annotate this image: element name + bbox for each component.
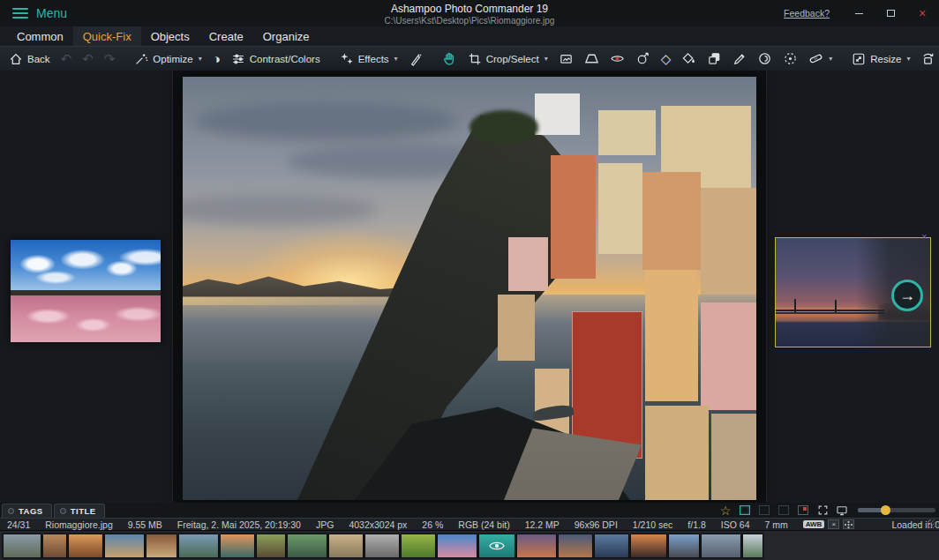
status-item: Riomaggiore.jpg — [45, 519, 112, 530]
preview-close-button[interactable]: × — [921, 231, 927, 242]
title-tab[interactable]: TITLE — [54, 504, 105, 518]
filmstrip-thumbnail[interactable] — [701, 534, 741, 558]
resize-button[interactable]: Resize ▾ — [846, 50, 915, 68]
filmstrip-thumbnail[interactable] — [516, 534, 557, 558]
main-photo-canvas[interactable] — [183, 77, 756, 500]
patch-button[interactable]: ▾ — [803, 49, 838, 68]
bottom-bar: TAGS TITLE ☆ — [0, 503, 939, 518]
fullscreen-button[interactable] — [815, 504, 830, 517]
filmstrip-thumbnail[interactable] — [42, 534, 67, 558]
clone-stamp-button[interactable] — [630, 49, 656, 68]
pan-tool-button[interactable] — [437, 49, 462, 68]
chevron-down-icon: ▾ — [829, 55, 832, 63]
filmstrip-thumbnail[interactable] — [256, 534, 286, 558]
filmstrip-thumbnail[interactable] — [68, 534, 103, 558]
contrast-icon: ◑ — [213, 52, 221, 65]
original-size-icon — [798, 505, 808, 515]
minimize-icon — [855, 13, 863, 14]
filmstrip-thumbnail[interactable] — [287, 534, 327, 558]
back-button[interactable]: Back — [4, 50, 56, 68]
minimize-button[interactable] — [847, 4, 870, 22]
smudge-button[interactable] — [752, 49, 777, 68]
perspective-icon — [584, 51, 599, 66]
redo-button[interactable]: ↷ — [99, 50, 121, 67]
undo-all-icon: ↶ — [82, 52, 94, 65]
straighten-photo-icon — [559, 51, 574, 66]
tags-tab[interactable]: TAGS — [2, 504, 52, 518]
optimize-button[interactable]: Optimize ▾ — [129, 50, 207, 68]
filmstrip-thumbnail-selected[interactable] — [478, 534, 515, 558]
filmstrip-thumbnail[interactable] — [220, 534, 255, 558]
pencil-button[interactable] — [727, 50, 752, 68]
filmstrip-thumbnail[interactable] — [328, 534, 364, 558]
filmstrip-thumbnail[interactable] — [742, 534, 763, 558]
zoom-slider[interactable] — [858, 508, 935, 512]
effects-button[interactable]: Effects ▾ — [334, 50, 403, 68]
sliders-icon — [231, 52, 245, 66]
chevron-down-icon: ▾ — [545, 55, 548, 63]
rotate-button[interactable]: Rotate ▾ — [915, 49, 939, 68]
tag-circle-icon — [60, 508, 66, 514]
home-icon — [9, 52, 23, 66]
arrow-right-icon: → — [899, 287, 915, 305]
status-item: JPG — [316, 519, 334, 530]
filmstrip-thumbnail[interactable] — [668, 534, 700, 558]
filmstrip-thumbnail[interactable] — [146, 534, 177, 558]
filmstrip-thumbnail[interactable] — [558, 534, 593, 558]
eraser-icon: ◇ — [661, 52, 672, 65]
crop-select-button[interactable]: Crop/Select ▾ — [462, 50, 553, 68]
filmstrip-thumbnail[interactable] — [364, 534, 400, 558]
next-image-button[interactable]: → — [891, 280, 923, 311]
no-flash-icon: × — [828, 519, 839, 529]
view-mode-icon — [759, 505, 770, 515]
tab-common[interactable]: Common — [7, 26, 73, 46]
filmstrip-thumbnail[interactable] — [3, 534, 41, 558]
fill-bucket-icon — [681, 51, 696, 66]
filmstrip-thumbnail[interactable] — [178, 534, 219, 558]
maximize-button[interactable] — [879, 4, 902, 22]
fill-button[interactable] — [676, 49, 702, 68]
copy-objects-button[interactable] — [702, 49, 727, 68]
metering-icon — [843, 519, 854, 529]
contrast-colors-button[interactable]: Contrast/Colors — [226, 50, 326, 68]
straighten-button[interactable] — [553, 49, 579, 68]
zoom-slider-knob[interactable] — [881, 505, 890, 515]
eraser-button[interactable]: ◇ — [656, 50, 677, 67]
lake-clouds — [11, 246, 161, 291]
undo-all-button[interactable]: ↶ — [77, 50, 99, 67]
blur-button[interactable] — [777, 49, 803, 68]
filmstrip-thumbnail[interactable] — [104, 534, 145, 558]
retouch-button[interactable] — [403, 50, 428, 68]
photo-commander-window: Menu Ashampoo Photo Commander 19 C:\User… — [0, 0, 939, 560]
view-mode-button[interactable] — [757, 504, 771, 517]
filmstrip-thumbnail[interactable] — [594, 534, 629, 558]
image-workspace: → × — [0, 71, 939, 503]
retouch-wand-icon — [409, 52, 423, 66]
status-item: RGB (24 bit) — [458, 519, 509, 530]
filmstrip-thumbnail[interactable] — [437, 534, 477, 558]
tab-quick-fix[interactable]: Quick-Fix — [73, 26, 141, 46]
perspective-button[interactable] — [579, 49, 605, 68]
monitor-button[interactable] — [835, 504, 849, 517]
original-size-button[interactable] — [796, 504, 810, 517]
filmstrip-thumbnail[interactable] — [630, 534, 667, 558]
auto-contrast-button[interactable]: ◑ — [207, 50, 226, 67]
view-mode-2-button[interactable] — [777, 504, 791, 517]
view-controls: ☆ — [718, 504, 935, 517]
tab-organize[interactable]: Organize — [253, 26, 319, 46]
favorite-star-button[interactable]: ☆ — [718, 504, 732, 517]
tab-create[interactable]: Create — [199, 26, 253, 46]
undo-button[interactable]: ↶ — [56, 50, 78, 67]
tab-objects[interactable]: Objects — [141, 26, 199, 46]
fit-window-icon — [740, 505, 750, 515]
close-button[interactable]: × — [911, 4, 934, 22]
status-item: Freitag, 2. Mai 2025, 20:19:30 — [177, 519, 301, 530]
filmstrip-thumbnail[interactable] — [401, 534, 436, 558]
resize-grip[interactable] — [928, 519, 936, 528]
feedback-link[interactable]: Feedback? — [784, 8, 830, 19]
red-eye-button[interactable] — [605, 49, 630, 68]
previous-image-preview[interactable] — [11, 240, 161, 342]
hand-icon — [442, 51, 457, 66]
fit-window-button[interactable] — [738, 504, 752, 517]
crop-icon — [468, 52, 482, 66]
